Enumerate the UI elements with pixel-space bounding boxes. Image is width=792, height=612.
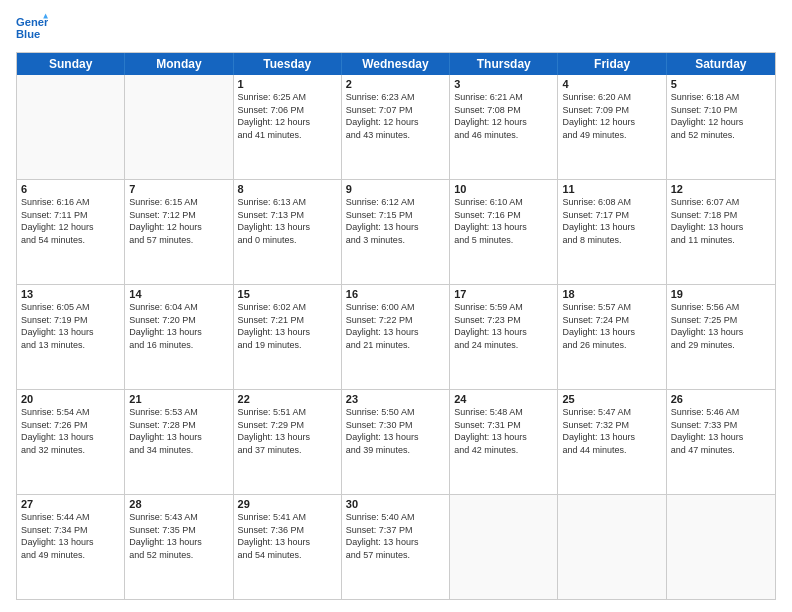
- day-info: Sunrise: 6:18 AM Sunset: 7:10 PM Dayligh…: [671, 91, 771, 141]
- day-number: 17: [454, 288, 553, 300]
- day-cell-16: 16Sunrise: 6:00 AM Sunset: 7:22 PM Dayli…: [342, 285, 450, 389]
- calendar-row-1: 1Sunrise: 6:25 AM Sunset: 7:06 PM Daylig…: [17, 75, 775, 179]
- day-number: 18: [562, 288, 661, 300]
- svg-text:General: General: [16, 16, 48, 28]
- day-cell-20: 20Sunrise: 5:54 AM Sunset: 7:26 PM Dayli…: [17, 390, 125, 494]
- day-info: Sunrise: 5:41 AM Sunset: 7:36 PM Dayligh…: [238, 511, 337, 561]
- day-number: 19: [671, 288, 771, 300]
- day-info: Sunrise: 6:00 AM Sunset: 7:22 PM Dayligh…: [346, 301, 445, 351]
- svg-text:Blue: Blue: [16, 28, 40, 40]
- day-cell-11: 11Sunrise: 6:08 AM Sunset: 7:17 PM Dayli…: [558, 180, 666, 284]
- day-cell-19: 19Sunrise: 5:56 AM Sunset: 7:25 PM Dayli…: [667, 285, 775, 389]
- day-number: 20: [21, 393, 120, 405]
- day-cell-28: 28Sunrise: 5:43 AM Sunset: 7:35 PM Dayli…: [125, 495, 233, 599]
- day-info: Sunrise: 6:13 AM Sunset: 7:13 PM Dayligh…: [238, 196, 337, 246]
- day-info: Sunrise: 6:20 AM Sunset: 7:09 PM Dayligh…: [562, 91, 661, 141]
- day-number: 6: [21, 183, 120, 195]
- day-cell-2: 2Sunrise: 6:23 AM Sunset: 7:07 PM Daylig…: [342, 75, 450, 179]
- day-cell-25: 25Sunrise: 5:47 AM Sunset: 7:32 PM Dayli…: [558, 390, 666, 494]
- day-cell-3: 3Sunrise: 6:21 AM Sunset: 7:08 PM Daylig…: [450, 75, 558, 179]
- day-cell-12: 12Sunrise: 6:07 AM Sunset: 7:18 PM Dayli…: [667, 180, 775, 284]
- day-number: 21: [129, 393, 228, 405]
- day-cell-10: 10Sunrise: 6:10 AM Sunset: 7:16 PM Dayli…: [450, 180, 558, 284]
- day-cell-7: 7Sunrise: 6:15 AM Sunset: 7:12 PM Daylig…: [125, 180, 233, 284]
- day-info: Sunrise: 5:56 AM Sunset: 7:25 PM Dayligh…: [671, 301, 771, 351]
- day-cell-23: 23Sunrise: 5:50 AM Sunset: 7:30 PM Dayli…: [342, 390, 450, 494]
- day-number: 7: [129, 183, 228, 195]
- day-info: Sunrise: 5:57 AM Sunset: 7:24 PM Dayligh…: [562, 301, 661, 351]
- day-info: Sunrise: 6:08 AM Sunset: 7:17 PM Dayligh…: [562, 196, 661, 246]
- day-info: Sunrise: 5:44 AM Sunset: 7:34 PM Dayligh…: [21, 511, 120, 561]
- day-number: 10: [454, 183, 553, 195]
- day-number: 13: [21, 288, 120, 300]
- day-cell-30: 30Sunrise: 5:40 AM Sunset: 7:37 PM Dayli…: [342, 495, 450, 599]
- weekday-header-monday: Monday: [125, 53, 233, 75]
- day-info: Sunrise: 6:16 AM Sunset: 7:11 PM Dayligh…: [21, 196, 120, 246]
- day-info: Sunrise: 5:53 AM Sunset: 7:28 PM Dayligh…: [129, 406, 228, 456]
- day-cell-17: 17Sunrise: 5:59 AM Sunset: 7:23 PM Dayli…: [450, 285, 558, 389]
- day-cell-8: 8Sunrise: 6:13 AM Sunset: 7:13 PM Daylig…: [234, 180, 342, 284]
- calendar-row-4: 20Sunrise: 5:54 AM Sunset: 7:26 PM Dayli…: [17, 389, 775, 494]
- weekday-header-friday: Friday: [558, 53, 666, 75]
- day-number: 25: [562, 393, 661, 405]
- logo: General Blue: [16, 12, 48, 44]
- day-info: Sunrise: 6:04 AM Sunset: 7:20 PM Dayligh…: [129, 301, 228, 351]
- weekday-header-saturday: Saturday: [667, 53, 775, 75]
- day-info: Sunrise: 6:25 AM Sunset: 7:06 PM Dayligh…: [238, 91, 337, 141]
- day-info: Sunrise: 6:12 AM Sunset: 7:15 PM Dayligh…: [346, 196, 445, 246]
- day-info: Sunrise: 5:47 AM Sunset: 7:32 PM Dayligh…: [562, 406, 661, 456]
- weekday-header-thursday: Thursday: [450, 53, 558, 75]
- calendar-row-5: 27Sunrise: 5:44 AM Sunset: 7:34 PM Dayli…: [17, 494, 775, 599]
- day-number: 3: [454, 78, 553, 90]
- empty-cell: [450, 495, 558, 599]
- calendar-row-2: 6Sunrise: 6:16 AM Sunset: 7:11 PM Daylig…: [17, 179, 775, 284]
- day-info: Sunrise: 6:05 AM Sunset: 7:19 PM Dayligh…: [21, 301, 120, 351]
- day-cell-13: 13Sunrise: 6:05 AM Sunset: 7:19 PM Dayli…: [17, 285, 125, 389]
- day-info: Sunrise: 6:15 AM Sunset: 7:12 PM Dayligh…: [129, 196, 228, 246]
- day-cell-6: 6Sunrise: 6:16 AM Sunset: 7:11 PM Daylig…: [17, 180, 125, 284]
- day-number: 30: [346, 498, 445, 510]
- day-number: 8: [238, 183, 337, 195]
- calendar-header: SundayMondayTuesdayWednesdayThursdayFrid…: [17, 53, 775, 75]
- empty-cell: [125, 75, 233, 179]
- day-info: Sunrise: 5:48 AM Sunset: 7:31 PM Dayligh…: [454, 406, 553, 456]
- day-number: 11: [562, 183, 661, 195]
- day-cell-9: 9Sunrise: 6:12 AM Sunset: 7:15 PM Daylig…: [342, 180, 450, 284]
- day-info: Sunrise: 5:59 AM Sunset: 7:23 PM Dayligh…: [454, 301, 553, 351]
- day-info: Sunrise: 5:51 AM Sunset: 7:29 PM Dayligh…: [238, 406, 337, 456]
- header: General Blue: [16, 12, 776, 44]
- calendar-body: 1Sunrise: 6:25 AM Sunset: 7:06 PM Daylig…: [17, 75, 775, 599]
- day-cell-4: 4Sunrise: 6:20 AM Sunset: 7:09 PM Daylig…: [558, 75, 666, 179]
- day-number: 16: [346, 288, 445, 300]
- empty-cell: [558, 495, 666, 599]
- day-cell-27: 27Sunrise: 5:44 AM Sunset: 7:34 PM Dayli…: [17, 495, 125, 599]
- page: General Blue SundayMondayTuesdayWednesda…: [0, 0, 792, 612]
- day-number: 28: [129, 498, 228, 510]
- day-cell-18: 18Sunrise: 5:57 AM Sunset: 7:24 PM Dayli…: [558, 285, 666, 389]
- day-number: 26: [671, 393, 771, 405]
- day-info: Sunrise: 5:54 AM Sunset: 7:26 PM Dayligh…: [21, 406, 120, 456]
- day-info: Sunrise: 6:10 AM Sunset: 7:16 PM Dayligh…: [454, 196, 553, 246]
- day-info: Sunrise: 6:21 AM Sunset: 7:08 PM Dayligh…: [454, 91, 553, 141]
- day-number: 15: [238, 288, 337, 300]
- day-number: 2: [346, 78, 445, 90]
- day-number: 9: [346, 183, 445, 195]
- weekday-header-tuesday: Tuesday: [234, 53, 342, 75]
- day-cell-15: 15Sunrise: 6:02 AM Sunset: 7:21 PM Dayli…: [234, 285, 342, 389]
- day-cell-24: 24Sunrise: 5:48 AM Sunset: 7:31 PM Dayli…: [450, 390, 558, 494]
- day-number: 29: [238, 498, 337, 510]
- day-info: Sunrise: 6:23 AM Sunset: 7:07 PM Dayligh…: [346, 91, 445, 141]
- day-info: Sunrise: 5:40 AM Sunset: 7:37 PM Dayligh…: [346, 511, 445, 561]
- day-number: 24: [454, 393, 553, 405]
- day-number: 22: [238, 393, 337, 405]
- day-info: Sunrise: 5:50 AM Sunset: 7:30 PM Dayligh…: [346, 406, 445, 456]
- day-info: Sunrise: 6:07 AM Sunset: 7:18 PM Dayligh…: [671, 196, 771, 246]
- day-number: 5: [671, 78, 771, 90]
- day-number: 27: [21, 498, 120, 510]
- generalblue-logo-icon: General Blue: [16, 12, 48, 44]
- day-info: Sunrise: 5:46 AM Sunset: 7:33 PM Dayligh…: [671, 406, 771, 456]
- day-cell-21: 21Sunrise: 5:53 AM Sunset: 7:28 PM Dayli…: [125, 390, 233, 494]
- day-cell-14: 14Sunrise: 6:04 AM Sunset: 7:20 PM Dayli…: [125, 285, 233, 389]
- day-number: 12: [671, 183, 771, 195]
- day-info: Sunrise: 6:02 AM Sunset: 7:21 PM Dayligh…: [238, 301, 337, 351]
